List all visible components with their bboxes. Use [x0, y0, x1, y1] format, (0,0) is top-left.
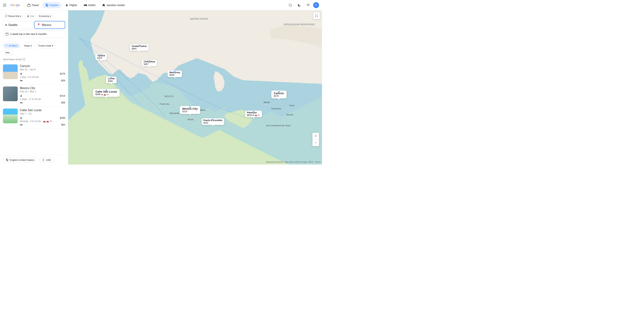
svg-rect-2: [6, 33, 8, 35]
trip-chevron-icon: [20, 15, 21, 17]
all-filters-btn[interactable]: All filters: [3, 43, 20, 48]
nav-hotels[interactable]: Hotels: [81, 2, 98, 8]
map-container[interactable]: UNITED STATES APPALACHIAN MOUNTAINS MEXI…: [68, 10, 322, 164]
travel-mode-filter-btn[interactable]: Travel mode: [36, 43, 56, 48]
label-bacalar: Bacalar: [286, 113, 293, 116]
cabo-drive-info: · 🚗 🚗 1h: [42, 120, 52, 123]
label-campeche: Campeche: [271, 107, 281, 110]
hotel-price-cancun: $59: [61, 79, 65, 82]
header-right: P: [287, 1, 319, 9]
class-chevron-icon: [50, 15, 51, 17]
nav-vacation[interactable]: Vacation rentals: [99, 2, 128, 8]
zoom-in-btn[interactable]: +: [312, 133, 319, 139]
terms-link[interactable]: Terms: [315, 161, 320, 163]
hotel-icon-3: [20, 123, 22, 126]
card-hotel-row-cabo: $84: [20, 123, 65, 126]
card-stops-cancun: 1 stop · 5 hr 45 min: [20, 76, 65, 78]
card-image-cabo: [3, 109, 18, 123]
hotel-price-mexico-city: $58: [61, 101, 65, 104]
info-icon: [23, 58, 25, 61]
flight-card-mexico-city[interactable]: Mexico City Feb 23 – Mar 1 $319 2 stops …: [0, 84, 68, 106]
filter-row: All filters Stops Travel mode Inte...: [0, 41, 68, 57]
map-expand-btn[interactable]: [313, 12, 320, 19]
dest-pin-icon: 📍: [37, 23, 40, 27]
currency-btn[interactable]: USD: [39, 157, 54, 163]
card-hotel-row-mexico-city: $58: [20, 101, 65, 104]
nav-travel[interactable]: Travel: [24, 2, 42, 8]
keyboard-shortcuts-link[interactable]: Keyboard shortcuts: [266, 161, 283, 163]
apps-btn[interactable]: [304, 1, 312, 9]
results-header: About these results: [0, 57, 68, 62]
label-tulum: Tulum: [289, 104, 294, 106]
card-dates-mexico-city: Feb 23 – Mar 1: [20, 90, 65, 93]
label-morelia: Morel...: [200, 109, 207, 111]
left-panel: Round trip 1 Economy Seattle 📍 Mexico: [0, 10, 68, 164]
hotel-price-cabo: $84: [61, 123, 65, 126]
flight-price-cancun: $378: [60, 72, 65, 75]
map-footer: Keyboard shortcuts Map data ©2025 Google…: [266, 161, 320, 163]
card-title-cabo: Cabo San Lucas: [20, 109, 65, 112]
card-stops-cabo: Nonstop · 4 hr 22 min · 🚗 🚗 1h: [20, 120, 65, 123]
card-dates-cancun: Mar 31 – Apr 8: [20, 68, 65, 71]
map-controls: + −: [312, 133, 319, 146]
label-zihuatanejo: Zihuat...: [188, 118, 195, 120]
nav-bar: Travel Explore Flights Hotels Vacation r…: [24, 2, 287, 8]
trip-type-select[interactable]: Round trip: [3, 13, 23, 19]
bottom-bar: English (United States) USD: [0, 155, 68, 164]
flight-card-cancun[interactable]: Cancún Mar 31 – Apr 8 $378 1 stop · 5 hr…: [0, 62, 68, 84]
nav-explore[interactable]: Explore: [42, 2, 61, 8]
flight-card-cabo[interactable]: Cabo San Lucas Feb 7 – 13 $498 Nonstop ·…: [0, 106, 68, 128]
globe-icon: [6, 158, 9, 161]
flight-price-mexico-city: $319: [60, 94, 65, 97]
destination-input[interactable]: 📍 Mexico: [34, 21, 65, 29]
search-section: Round trip 1 Economy Seattle 📍 Mexico: [0, 10, 68, 41]
menu-icon[interactable]: [3, 3, 7, 7]
currency-icon: [42, 158, 45, 161]
travel-mode-chevron-icon: [52, 44, 53, 47]
card-info-cabo: Cabo San Lucas Feb 7 – 13 $498 Nonstop ·…: [20, 109, 65, 126]
trip-type-row: Round trip 1 Economy: [3, 13, 65, 19]
label-merida: Mérida: [264, 101, 270, 103]
calendar-icon: [5, 32, 9, 36]
google-logo[interactable]: Google: [10, 3, 20, 7]
label-san-cristobal: San Cristobal de las Casas: [266, 124, 291, 127]
zoom-out-btn[interactable]: −: [312, 139, 319, 146]
plane-icon-2: [20, 95, 22, 97]
label-manzanillo: Manzanillo: [170, 112, 180, 114]
avatar[interactable]: P: [313, 2, 319, 8]
label-puerto-val: Puerto Val...: [160, 103, 170, 105]
plane-icon: [20, 72, 22, 75]
dark-mode-btn[interactable]: [296, 1, 303, 9]
card-dates-cabo: Feb 7 – 13: [20, 112, 65, 115]
card-hotel-row-cancun: $59: [20, 79, 65, 82]
card-flight-row-mexico-city: $319: [20, 94, 65, 97]
card-flight-row-cancun: $378: [20, 72, 65, 75]
date-picker[interactable]: 1-week trip in the next 6 months: [3, 30, 65, 38]
map-data-label: Map data ©2025 Google, INEGI: [285, 161, 314, 163]
hotel-icon: [20, 79, 22, 82]
card-info-mexico-city: Mexico City Feb 23 – Mar 1 $319 2 stops …: [20, 86, 65, 104]
stops-filter-btn[interactable]: Stops: [22, 43, 34, 48]
search-icon-btn[interactable]: [287, 1, 294, 9]
origin-dot-icon: [5, 24, 7, 26]
class-select[interactable]: Economy: [37, 13, 53, 19]
card-info-cancun: Cancún Mar 31 – Apr 8 $378 1 stop · 5 hr…: [20, 64, 65, 82]
language-btn[interactable]: English (United States): [3, 157, 37, 163]
origin-input[interactable]: Seattle: [3, 21, 34, 29]
svg-rect-0: [28, 4, 30, 6]
flight-price-cabo: $498: [60, 116, 65, 119]
stops-chevron-icon: [31, 44, 32, 47]
card-title-cancun: Cancún: [20, 64, 65, 68]
svg-point-1: [289, 4, 292, 6]
passengers-select[interactable]: 1: [25, 13, 36, 19]
origin-dest-row: Seattle 📍 Mexico: [3, 21, 65, 29]
card-image-mexico-city: [3, 86, 18, 101]
nav-flights[interactable]: Flights: [62, 2, 80, 8]
filter-icon: [5, 44, 8, 47]
card-image-cancun: [3, 64, 18, 79]
map-svg: [68, 10, 322, 164]
hotel-icon-2: [20, 101, 22, 104]
header: Google Travel Explore Flights Hotels Vac…: [0, 0, 322, 10]
inte-filter-btn[interactable]: Inte...: [3, 50, 14, 55]
plane-icon-3: [20, 117, 22, 119]
